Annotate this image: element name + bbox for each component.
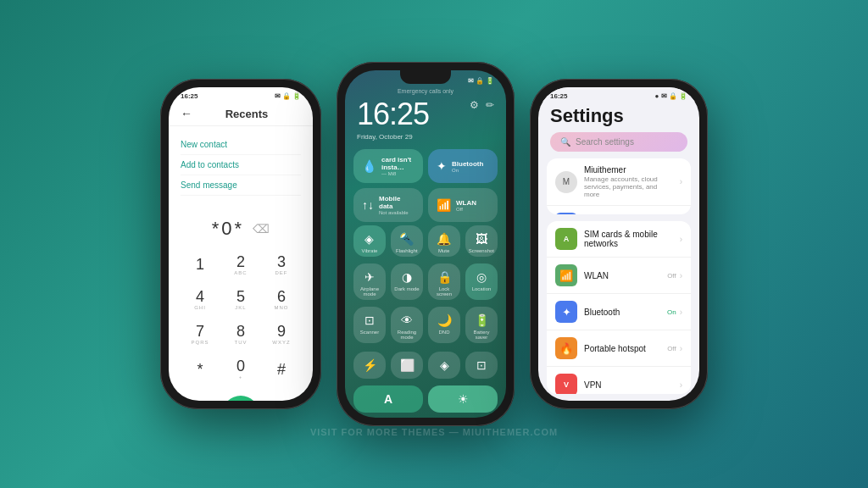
vibrate-label: Vibrate	[361, 248, 377, 253]
key-7[interactable]: 7PQRS	[181, 318, 220, 351]
wlan-icon: 📶	[555, 264, 577, 286]
cc-sim-sub: — Mi8	[381, 171, 415, 176]
dialer-new-contact[interactable]: New contact	[181, 135, 301, 155]
backspace-icon[interactable]: ⌫	[253, 222, 270, 236]
cc-date-display: Friday, October 29	[357, 133, 429, 141]
key-8[interactable]: 8TUV	[221, 318, 260, 351]
sim-chevron: ›	[680, 235, 682, 244]
phone3-screen: 16:25 ● ✉ 🔒 🔋 Settings 🔍 Search settings…	[538, 87, 699, 401]
cc-charge-tile[interactable]: ⚡	[353, 352, 386, 379]
settings-hotspot-row[interactable]: 🔥 Portable hotspot Off ›	[547, 330, 691, 367]
cc-small-grid-1: ◈ Vibrate 🔦 Flashlight 🔔 Mute 🖼 Screensh…	[345, 225, 506, 260]
cc-bluetooth-tile[interactable]: ✦ Bluetooth On	[428, 149, 498, 183]
dialer-send-message[interactable]: Send message	[181, 175, 301, 196]
cc-wlan-sub: Off	[456, 207, 476, 212]
cc-mobile-tile[interactable]: ↑↓ Mobile data Not available	[353, 188, 423, 222]
hotspot-text: Portable hotspot	[584, 344, 660, 353]
cc-screenshot-tile[interactable]: 🖼 Screenshot	[465, 225, 498, 257]
vpn-chevron: ›	[680, 380, 682, 390]
darkmode-icon: ◑	[402, 270, 412, 284]
bt-label: Bluetooth	[584, 308, 660, 317]
cc-dnd-tile[interactable]: 🌙 DND	[428, 307, 460, 343]
bt-icon: ✦	[555, 301, 577, 323]
bluetooth-icon: ✦	[437, 159, 447, 173]
search-placeholder: Search settings	[576, 137, 634, 147]
dialer-keypad: 1 2ABC 3DEF 4GHI 5JKL 6MNO 7PQRS 8TUV 9W…	[169, 245, 313, 389]
watermark: VISIT FOR MORE THEMES — MIUITHEMER.COM	[310, 427, 558, 437]
settings-sim-row[interactable]: A SIM cards & mobile networks ›	[547, 221, 691, 258]
a-icon: A	[384, 392, 392, 406]
cc-mute-tile[interactable]: 🔔 Mute	[428, 225, 460, 257]
cc-location-tile[interactable]: ◎ Location	[465, 263, 498, 300]
dialer-bottom-row: ☰ 📞 ⌨	[169, 389, 313, 401]
settings-device-row[interactable]: 📱 My device MIUI 12.5.5 ›	[547, 206, 691, 214]
dialer-header: ← Recents	[169, 102, 313, 126]
cc-wlan-tile[interactable]: 📶 WLAN Off	[428, 188, 498, 222]
cc-mobile-label: Mobile data	[379, 195, 415, 210]
wlan-right: Off ›	[667, 271, 682, 280]
wlan-status: Off	[667, 272, 676, 280]
settings-bt-row[interactable]: ✦ Bluetooth On ›	[547, 294, 691, 330]
mobile-data-icon: ↑↓	[362, 198, 374, 212]
key-2[interactable]: 2ABC	[221, 248, 260, 281]
cc-sim-label: card isn't insta…	[381, 156, 415, 171]
key-5[interactable]: 5JKL	[221, 283, 260, 316]
cc-adjust-tile[interactable]: ◈	[428, 352, 460, 379]
status-time: 16:25	[181, 92, 198, 100]
key-0[interactable]: 0+	[221, 352, 260, 385]
cc-expand-tile[interactable]: ⊡	[465, 352, 498, 379]
profile-name: Miuithemer	[584, 165, 673, 175]
scanner-label: Scanner	[360, 330, 379, 335]
key-1[interactable]: 1	[181, 248, 220, 281]
search-icon: 🔍	[560, 137, 570, 147]
screen-icon: ⬜	[400, 358, 415, 372]
wlan-label: WLAN	[584, 271, 660, 280]
cc-brightness-tile[interactable]: ☀	[428, 385, 498, 413]
cc-airplane-tile[interactable]: ✈ Airplane mode	[353, 263, 386, 300]
settings-icon[interactable]: ⚙	[470, 99, 479, 111]
cc-vibrate-tile[interactable]: ◈ Vibrate	[353, 225, 386, 257]
key-star[interactable]: *	[181, 352, 220, 385]
settings-vpn-row[interactable]: V VPN ›	[547, 367, 691, 394]
settings-wlan-row[interactable]: 📶 WLAN Off ›	[547, 258, 691, 294]
dialer-add-contacts[interactable]: Add to contacts	[181, 155, 301, 175]
cc-sim-text: card isn't insta… — Mi8	[381, 156, 415, 176]
scanner-icon: ⊡	[364, 313, 375, 327]
settings-status-bar: 16:25 ● ✉ 🔒 🔋	[538, 87, 699, 102]
phone1-screen: 16:25 ✉ 🔒 🔋 ← Recents New contact Add to…	[169, 87, 313, 401]
dialer-display-text: *0*	[212, 218, 244, 240]
back-button[interactable]: ←	[181, 107, 192, 120]
settings-search-bar[interactable]: 🔍 Search settings	[550, 132, 687, 152]
vpn-icon: V	[555, 374, 577, 394]
cc-scanner-tile[interactable]: ⊡ Scanner	[353, 307, 386, 343]
cc-bottom-row: ⚡ ⬜ ◈ ⊡	[345, 350, 506, 380]
cc-a-tile[interactable]: A	[353, 385, 423, 413]
phone2: ✉ 🔒 🔋 Emergency calls only 16:25 Friday,…	[337, 62, 515, 426]
settings-profile-row[interactable]: M Miuithemer Manage accounts, cloud serv…	[547, 158, 691, 206]
hotspot-icon: 🔥	[555, 337, 577, 359]
cc-lock-tile[interactable]: 🔒 Lock screen	[428, 263, 460, 300]
reading-icon: 👁	[401, 313, 413, 327]
screenshot-label: Screenshot	[469, 248, 494, 253]
cc-screen-tile[interactable]: ⬜	[391, 352, 423, 379]
adjust-icon: ◈	[440, 358, 449, 372]
darkmode-label: Dark mode	[394, 286, 419, 291]
profile-chevron: ›	[680, 177, 682, 186]
call-button[interactable]: 📞	[222, 396, 259, 401]
cc-flashlight-tile[interactable]: 🔦 Flashlight	[391, 225, 423, 257]
key-4[interactable]: 4GHI	[181, 283, 220, 316]
key-9[interactable]: 9WXYZ	[262, 318, 301, 351]
key-3[interactable]: 3DEF	[262, 248, 301, 281]
cc-battery-tile[interactable]: 🔋 Battery saver	[465, 307, 498, 343]
brightness-icon: ☀	[458, 392, 469, 406]
cc-reading-tile[interactable]: 👁 Reading mode	[391, 307, 423, 343]
settings-profile-card: M Miuithemer Manage accounts, cloud serv…	[547, 158, 691, 214]
cc-darkmode-tile[interactable]: ◑ Dark mode	[391, 263, 423, 300]
edit-icon[interactable]: ✏	[486, 99, 494, 111]
key-6[interactable]: 6MNO	[262, 283, 301, 316]
dnd-label: DND	[439, 330, 450, 335]
phone2-screen: ✉ 🔒 🔋 Emergency calls only 16:25 Friday,…	[345, 70, 506, 418]
settings-screen: 16:25 ● ✉ 🔒 🔋 Settings 🔍 Search settings…	[538, 87, 699, 401]
cc-sim-tile[interactable]: 💧 card isn't insta… — Mi8	[353, 149, 423, 183]
key-hash[interactable]: #	[262, 352, 301, 385]
